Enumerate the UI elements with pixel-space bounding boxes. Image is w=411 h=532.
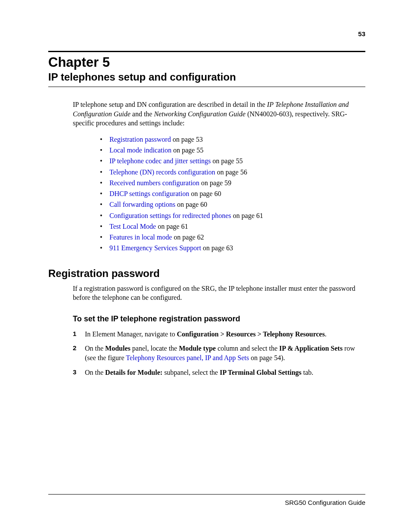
step-bold: Configuration > Resources > Telephony Re… bbox=[177, 330, 325, 338]
toc-item: DHCP settings configuration on page 60 bbox=[100, 188, 365, 199]
step-bold: Details for Module: bbox=[105, 369, 162, 376]
footer-rule bbox=[48, 494, 365, 495]
step-text: on page 54). bbox=[249, 354, 285, 361]
step-3: On the Details for Module: subpanel, sel… bbox=[73, 368, 365, 377]
toc-link[interactable]: Received numbers configuration bbox=[109, 179, 199, 187]
chapter-heading-block: Chapter 5 IP telephones setup and config… bbox=[48, 51, 365, 87]
step-bold: Module type bbox=[179, 345, 216, 352]
chapter-title: IP telephones setup and configuration bbox=[48, 71, 365, 83]
section-heading: Registration password bbox=[48, 268, 365, 280]
step-text: In Element Manager, navigate to bbox=[85, 330, 177, 338]
step-text: On the bbox=[85, 345, 105, 352]
toc-suffix: on page 63 bbox=[201, 244, 233, 252]
toc-suffix: on page 60 bbox=[189, 190, 221, 197]
toc-suffix: on page 59 bbox=[199, 179, 231, 187]
toc-suffix: on page 61 bbox=[156, 223, 188, 230]
step-text: column and select the bbox=[216, 345, 279, 352]
toc-suffix: on page 62 bbox=[172, 233, 204, 241]
toc-item: 911 Emergency Services Support on page 6… bbox=[100, 243, 365, 253]
step-text: . bbox=[325, 330, 327, 338]
toc-item: IP telephone codec and jitter settings o… bbox=[100, 156, 365, 166]
toc-list: Registration password on page 53 Local m… bbox=[100, 134, 365, 254]
toc-item: Received numbers configuration on page 5… bbox=[100, 177, 365, 188]
intro-paragraph: IP telephone setup and DN configuration … bbox=[73, 100, 365, 128]
toc-link[interactable]: Test Local Mode bbox=[109, 223, 156, 230]
step-bold: Modules bbox=[105, 345, 131, 352]
toc-suffix: on page 56 bbox=[215, 168, 247, 176]
step-text: tab. bbox=[302, 369, 314, 376]
toc-link[interactable]: Call forwarding options bbox=[109, 201, 175, 208]
toc-suffix: on page 55 bbox=[171, 146, 203, 154]
toc-item: Test Local Mode on page 61 bbox=[100, 221, 365, 232]
toc-item: Call forwarding options on page 60 bbox=[100, 199, 365, 210]
step-bold: IP Terminal Global Settings bbox=[220, 369, 302, 376]
toc-link[interactable]: Registration password bbox=[109, 136, 171, 143]
section-paragraph: If a registration password is configured… bbox=[73, 284, 365, 302]
page-footer: SRG50 Configuration Guide bbox=[48, 494, 365, 506]
intro-text: IP telephone setup and DN configuration … bbox=[73, 101, 267, 108]
toc-link[interactable]: Local mode indication bbox=[109, 146, 171, 154]
section-subheading: To set the IP telephone registration pas… bbox=[73, 314, 365, 324]
footer-text: SRG50 Configuration Guide bbox=[48, 499, 365, 506]
toc-item: Local mode indication on page 55 bbox=[100, 145, 365, 156]
toc-item: Telephone (DN) records configuration on … bbox=[100, 167, 365, 177]
toc-link[interactable]: Features in local mode bbox=[109, 233, 172, 241]
step-bold: IP & Application Sets bbox=[279, 345, 342, 352]
toc-item: Registration password on page 53 bbox=[100, 134, 365, 145]
intro-text: and the bbox=[131, 110, 154, 118]
step-link[interactable]: Telephony Resources panel, IP and App Se… bbox=[126, 354, 249, 361]
toc-suffix: on page 60 bbox=[175, 201, 207, 208]
toc-suffix: on page 55 bbox=[211, 157, 243, 165]
toc-item: Configuration settings for redirected ph… bbox=[100, 210, 365, 221]
toc-link[interactable]: 911 Emergency Services Support bbox=[109, 244, 201, 252]
toc-suffix: on page 61 bbox=[231, 212, 263, 219]
step-1: In Element Manager, navigate to Configur… bbox=[73, 330, 365, 339]
chapter-label: Chapter 5 bbox=[48, 55, 365, 70]
toc-link[interactable]: Configuration settings for redirected ph… bbox=[109, 212, 231, 219]
toc-link[interactable]: IP telephone codec and jitter settings bbox=[109, 157, 211, 165]
intro-italic-2: Networking Configuration Guide bbox=[154, 110, 245, 118]
toc-item: Features in local mode on page 62 bbox=[100, 232, 365, 243]
page: 53 Chapter 5 IP telephones setup and con… bbox=[0, 0, 411, 532]
toc-link[interactable]: Telephone (DN) records configuration bbox=[109, 168, 215, 176]
procedure-steps: In Element Manager, navigate to Configur… bbox=[73, 330, 365, 377]
step-2: On the Modules panel, locate the Module … bbox=[73, 344, 365, 362]
step-text: subpanel, select the bbox=[162, 369, 220, 376]
toc-link[interactable]: DHCP settings configuration bbox=[109, 190, 189, 197]
page-number: 53 bbox=[358, 30, 365, 37]
step-text: panel, locate the bbox=[131, 345, 179, 352]
step-text: On the bbox=[85, 369, 105, 376]
toc-suffix: on page 53 bbox=[171, 136, 203, 143]
